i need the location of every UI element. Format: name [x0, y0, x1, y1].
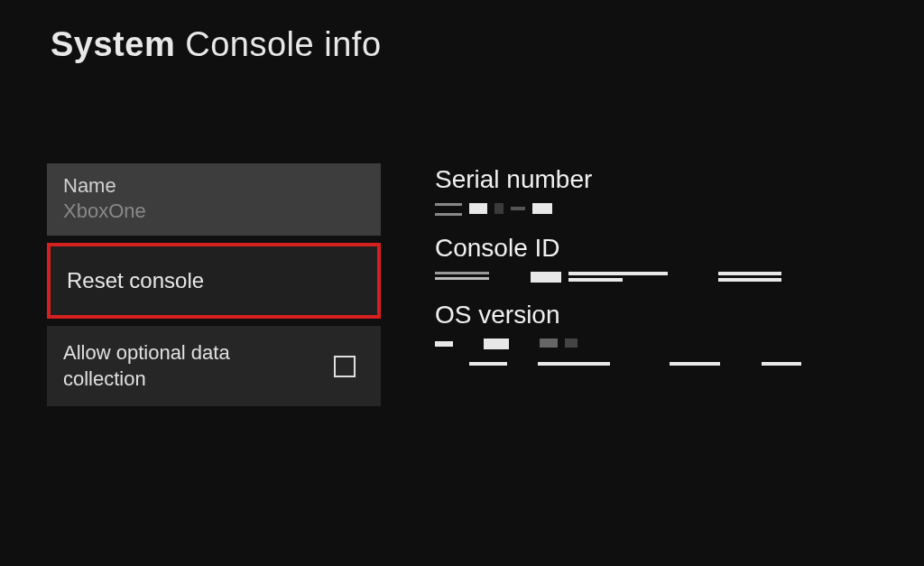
optional-data-checkbox[interactable] [334, 356, 356, 377]
optional-data-label: Allow optional data collection [63, 340, 298, 392]
console-id-label: Console ID [435, 234, 801, 263]
reset-console-button[interactable]: Reset console [47, 243, 381, 319]
console-id-block: Console ID [435, 234, 801, 288]
console-name-value: XboxOne [63, 199, 146, 223]
os-version-value-redacted-line2 [435, 362, 801, 366]
serial-number-value-redacted [435, 203, 801, 216]
page-header: System Console info [0, 0, 924, 64]
optional-data-collection-toggle[interactable]: Allow optional data collection [47, 326, 381, 406]
serial-number-label: Serial number [435, 165, 801, 194]
right-info-panel: Serial number Console ID OS version [435, 163, 801, 406]
content-area: Name XboxOne Reset console Allow optiona… [0, 163, 924, 406]
page-title: System Console info [51, 25, 924, 64]
console-id-value-redacted [435, 272, 801, 283]
console-name-label: Name [63, 174, 116, 198]
header-page: Console info [185, 25, 381, 63]
left-options-panel: Name XboxOne Reset console Allow optiona… [47, 163, 381, 406]
os-version-block: OS version [435, 301, 801, 371]
console-name-card[interactable]: Name XboxOne [47, 163, 381, 236]
os-version-value-redacted-line1 [435, 339, 801, 349]
header-section: System [51, 25, 175, 63]
os-version-label: OS version [435, 301, 801, 329]
serial-number-block: Serial number [435, 165, 801, 221]
reset-console-label: Reset console [67, 268, 204, 293]
